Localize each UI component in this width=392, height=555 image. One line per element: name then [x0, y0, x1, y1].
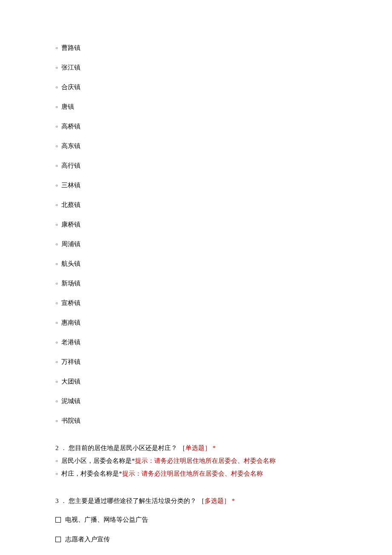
radio-bullet-icon: ○ [55, 458, 58, 465]
checkbox-option[interactable]: 电视、广播、网络等公益广告 [55, 514, 337, 525]
radio-bullet-icon: ○ [55, 261, 58, 267]
radio-bullet-icon: ○ [55, 359, 58, 366]
radio-label: 高行镇 [61, 160, 81, 171]
required-asterisk: * [232, 497, 235, 504]
bracket-close: ］ [205, 445, 211, 451]
q2-option[interactable]: ○ 居民小区，居委会名称是*提示：请务必注明居住地所在居委会、村委会名称 [55, 456, 337, 466]
radio-label: 北蔡镇 [61, 200, 81, 210]
radio-option[interactable]: ○ 康桥镇 [55, 219, 337, 230]
radio-label: 合庆镇 [61, 82, 81, 92]
radio-bullet-icon: ○ [55, 398, 58, 405]
checkbox-label: 志愿者入户宣传 [65, 534, 110, 544]
radio-label: 曹路镇 [61, 43, 81, 53]
radio-bullet-icon: ○ [55, 202, 58, 209]
option-label: 居民小区，居委会名称是* [61, 457, 135, 464]
question-number: 2 [55, 443, 61, 453]
bracket-open: ［ [179, 445, 185, 451]
radio-option[interactable]: ○ 泥城镇 [55, 396, 337, 406]
radio-label: 高桥镇 [61, 121, 81, 131]
radio-bullet-icon: ○ [55, 300, 58, 307]
bracket-open: ［ [198, 497, 205, 504]
question-number: 3 [55, 496, 61, 506]
radio-option[interactable]: ○ 新场镇 [55, 278, 337, 288]
radio-label: 书院镇 [61, 416, 81, 426]
question-dot: . [63, 443, 65, 453]
radio-bullet-icon: ○ [55, 143, 58, 150]
question-2-title: 2 . 您目前的居住地是居民小区还是村庄？ ［单选题］ * [55, 443, 337, 453]
radio-label: 航头镇 [61, 259, 81, 269]
radio-label: 三林镇 [61, 180, 81, 190]
radio-label: 宣桥镇 [61, 298, 81, 308]
question-text: 您目前的居住地是居民小区还是村庄？ [69, 445, 177, 451]
radio-label: 惠南镇 [61, 317, 81, 328]
radio-bullet-icon: ○ [55, 123, 58, 130]
radio-bullet-icon: ○ [55, 221, 58, 228]
radio-option[interactable]: ○ 张江镇 [55, 62, 337, 73]
radio-label: 高东镇 [61, 141, 81, 151]
radio-option[interactable]: ○ 高东镇 [55, 141, 337, 151]
checkbox-label: 电视、广播、网络等公益广告 [65, 514, 148, 525]
question-text: 您主要是通过哪些途径了解生活垃圾分类的？ [69, 497, 196, 504]
radio-option[interactable]: ○ 老港镇 [55, 337, 337, 347]
radio-option[interactable]: ○ 高行镇 [55, 160, 337, 171]
radio-option[interactable]: ○ 唐镇 [55, 102, 337, 112]
option-label: 村庄，村委会名称是* [61, 470, 122, 477]
radio-option[interactable]: ○ 大团镇 [55, 376, 337, 386]
radio-label: 唐镇 [61, 102, 74, 112]
radio-option[interactable]: ○ 高桥镇 [55, 121, 337, 131]
question-type-label: 单选题 [185, 445, 205, 451]
question-dot: . [63, 496, 65, 506]
question-type-label: 多选题 [205, 497, 224, 504]
radio-label: 泥城镇 [61, 396, 81, 406]
q3-options-list: 电视、广播、网络等公益广告 志愿者入户宣传 学校、工作单位宣传 [55, 514, 337, 555]
radio-option[interactable]: ○ 惠南镇 [55, 317, 337, 328]
radio-option[interactable]: ○ 书院镇 [55, 416, 337, 426]
radio-option[interactable]: ○ 三林镇 [55, 180, 337, 190]
radio-bullet-icon: ○ [55, 182, 58, 189]
radio-option[interactable]: ○ 北蔡镇 [55, 200, 337, 210]
radio-option[interactable]: ○ 合庆镇 [55, 82, 337, 92]
question-3-title: 3 . 您主要是通过哪些途径了解生活垃圾分类的？ ［多选题］ * [55, 496, 337, 506]
radio-label: 万祥镇 [61, 357, 81, 367]
q1-options-list: ○ 曹路镇 ○ 张江镇 ○ 合庆镇 ○ 唐镇 ○ 高桥镇 ○ 高东镇 ○ 高行镇… [55, 43, 337, 426]
radio-option[interactable]: ○ 曹路镇 [55, 43, 337, 53]
radio-label: 新场镇 [61, 278, 81, 288]
radio-option[interactable]: ○ 航头镇 [55, 259, 337, 269]
radio-label: 大团镇 [61, 376, 81, 386]
required-asterisk: * [213, 445, 216, 451]
radio-bullet-icon: ○ [55, 163, 58, 169]
bracket-close: ］ [224, 497, 230, 504]
radio-bullet-icon: ○ [55, 418, 58, 424]
radio-bullet-icon: ○ [55, 104, 58, 110]
checkbox-icon [55, 537, 61, 542]
radio-bullet-icon: ○ [55, 280, 58, 287]
option-hint: 提示：请务必注明居住地所在居委会、村委会名称 [122, 470, 263, 477]
radio-bullet-icon: ○ [55, 471, 58, 477]
radio-bullet-icon: ○ [55, 45, 58, 52]
radio-option[interactable]: ○ 周浦镇 [55, 239, 337, 249]
radio-label: 老港镇 [61, 337, 81, 347]
question-2: 2 . 您目前的居住地是居民小区还是村庄？ ［单选题］ * ○ 居民小区，居委会… [55, 443, 337, 479]
radio-bullet-icon: ○ [55, 241, 58, 248]
radio-bullet-icon: ○ [55, 84, 58, 91]
radio-bullet-icon: ○ [55, 64, 58, 71]
radio-label: 康桥镇 [61, 219, 81, 230]
question-3: 3 . 您主要是通过哪些途径了解生活垃圾分类的？ ［多选题］ * 电视、广播、网… [55, 496, 337, 555]
radio-option[interactable]: ○ 万祥镇 [55, 357, 337, 367]
radio-bullet-icon: ○ [55, 339, 58, 346]
q2-option[interactable]: ○ 村庄，村委会名称是*提示：请务必注明居住地所在居委会、村委会名称 [55, 468, 337, 479]
checkbox-option[interactable]: 志愿者入户宣传 [55, 534, 337, 544]
radio-label: 周浦镇 [61, 239, 81, 249]
radio-bullet-icon: ○ [55, 320, 58, 326]
checkbox-icon [55, 517, 61, 523]
option-hint: 提示：请务必注明居住地所在居委会、村委会名称 [135, 457, 276, 464]
radio-option[interactable]: ○ 宣桥镇 [55, 298, 337, 308]
radio-bullet-icon: ○ [55, 378, 58, 385]
radio-label: 张江镇 [61, 62, 81, 73]
document-page: ○ 曹路镇 ○ 张江镇 ○ 合庆镇 ○ 唐镇 ○ 高桥镇 ○ 高东镇 ○ 高行镇… [0, 0, 392, 555]
